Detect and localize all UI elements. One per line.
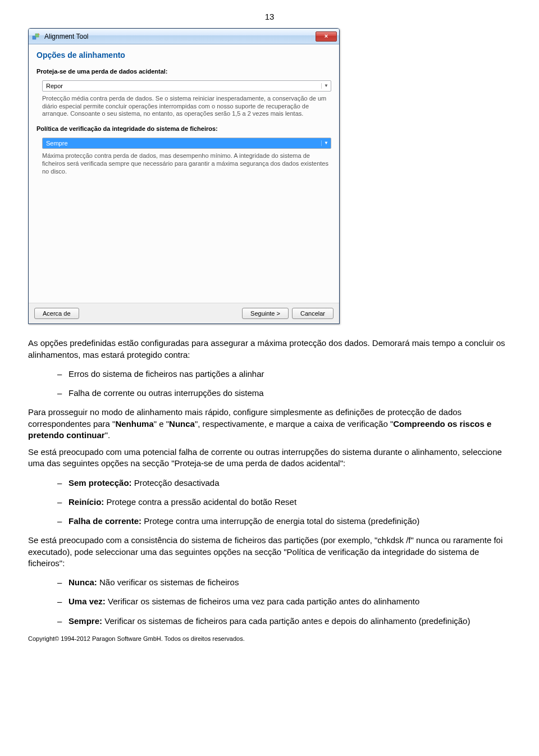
titlebar: Alignment Tool ×: [29, 29, 339, 44]
text-run: Protege contra uma interrupção de energi…: [141, 516, 419, 526]
close-icon: ×: [325, 33, 328, 39]
window-title: Alignment Tool: [44, 32, 316, 41]
text-bold: Sem protecção:: [68, 478, 132, 488]
text-bold: Uma vez:: [68, 596, 106, 606]
text-bold: Nenhuma: [115, 419, 153, 429]
paragraph: Se está preocupado com a consistência do…: [28, 535, 511, 569]
integrity-description: Máxima protecção contra perda de dados, …: [42, 152, 331, 175]
list-item: Falha de corrente: Protege contra uma in…: [57, 516, 511, 527]
paragraph: Para prosseguir no modo de alinhamento m…: [28, 407, 511, 441]
dialog-window: Alignment Tool × Opções de alinhamento P…: [28, 28, 340, 324]
integrity-dropdown[interactable]: Sempre ▼: [42, 138, 331, 149]
text-run: Protege contra a pressão acidental do bo…: [104, 497, 296, 507]
text-bold: Nunca:: [68, 577, 97, 587]
protection-dropdown[interactable]: Repor ▼: [42, 80, 331, 92]
dropdown-value: Repor: [46, 82, 63, 90]
list-item: Nunca: Não verificar os sistemas de fich…: [57, 577, 511, 588]
about-button[interactable]: Acerca de: [34, 308, 79, 319]
list-item: Reinício: Protege contra a pressão acide…: [57, 497, 511, 508]
text-bold: Falha de corrente:: [68, 516, 141, 526]
text-run: ", respectivamente, e marque a caixa de …: [195, 419, 393, 429]
cancel-button[interactable]: Cancelar: [292, 308, 334, 319]
text-run: Não verificar os sistemas de ficheiros: [97, 577, 239, 587]
close-button[interactable]: ×: [316, 31, 337, 42]
text-bold: Sempre:: [68, 616, 102, 626]
text-run: Protecção desactivada: [132, 478, 220, 488]
bullet-list: Nunca: Não verificar os sistemas de fich…: [28, 577, 511, 627]
list-item: Sem protecção: Protecção desactivada: [57, 477, 511, 489]
copyright: Copyright© 1994-2012 Paragon Software Gm…: [28, 635, 511, 643]
text-run: " e ": [154, 419, 169, 429]
paragraph: As opções predefinidas estão configurada…: [28, 338, 511, 361]
bullet-list: Erros do sistema de ficheiros nas partiç…: [28, 368, 511, 399]
text-run: ".: [105, 430, 111, 440]
dialog-footer: Acerca de Seguinte > Cancelar: [29, 303, 339, 324]
app-icon: [32, 32, 41, 41]
list-item: Erros do sistema de ficheiros nas partiç…: [57, 368, 511, 380]
text-run: Verificar os sistemas de ficheiros para …: [102, 616, 470, 626]
dialog-heading: Opções de alinhamento: [36, 50, 331, 61]
text-run: Verificar os sistemas de ficheiros uma v…: [106, 596, 419, 606]
bullet-list: Sem protecção: Protecção desactivada Rei…: [28, 477, 511, 527]
text-bold: Reinício:: [68, 497, 104, 507]
list-item: Falha de corrente ou outras interrupções…: [57, 388, 511, 399]
document-body: As opções predefinidas estão configurada…: [28, 338, 511, 643]
dropdown-value: Sempre: [46, 139, 68, 148]
next-button[interactable]: Seguinte >: [242, 308, 289, 319]
list-item: Sempre: Verificar os sistemas de ficheir…: [57, 616, 511, 627]
protection-description: Protecção média contra perda de dados. S…: [42, 95, 331, 118]
paragraph: Se está preocupado com uma potencial fal…: [28, 447, 511, 470]
page-number: 13: [28, 11, 511, 22]
section-label-protection: Proteja-se de uma perda de dados acident…: [36, 67, 331, 76]
chevron-down-icon: ▼: [321, 83, 328, 89]
chevron-down-icon: ▼: [321, 140, 328, 147]
dialog-body: Opções de alinhamento Proteja-se de uma …: [29, 44, 339, 303]
list-item: Uma vez: Verificar os sistemas de fichei…: [57, 596, 511, 607]
text-bold: Nunca: [169, 419, 195, 429]
section-label-integrity: Política de verificação da integridade d…: [36, 125, 331, 133]
